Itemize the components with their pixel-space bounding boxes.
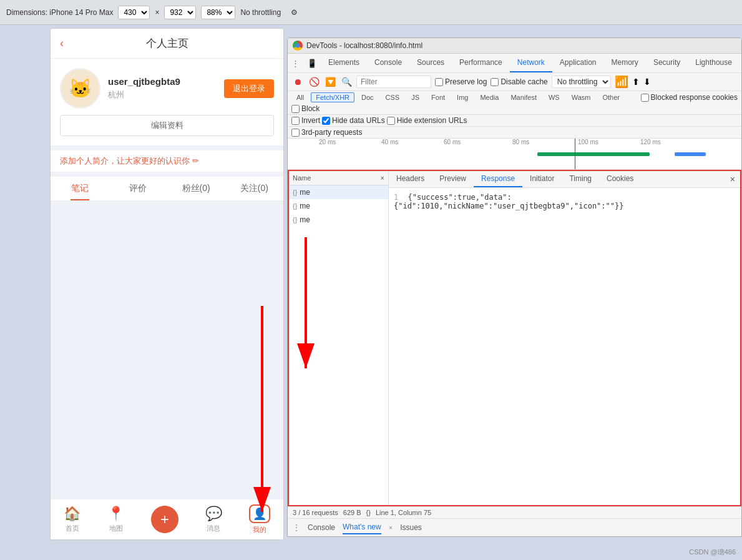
tab-elements[interactable]: Elements xyxy=(321,54,367,72)
request-item-me-2[interactable]: {} me xyxy=(289,199,388,213)
app-header: ‹ 个人主页 xyxy=(51,29,283,59)
download-icon[interactable]: ⬇ xyxy=(643,77,651,87)
filter-js[interactable]: JS xyxy=(406,92,424,102)
search-button[interactable]: 🔍 xyxy=(340,76,353,88)
filter-all[interactable]: All xyxy=(291,92,309,102)
filter-input[interactable] xyxy=(356,76,431,88)
tab-sources[interactable]: Sources xyxy=(409,54,452,72)
preserve-log-label[interactable]: Preserve log xyxy=(435,77,487,86)
filter-ws[interactable]: WS xyxy=(544,92,565,102)
tab-network[interactable]: Network xyxy=(510,54,552,72)
message-icon: 💬 xyxy=(205,506,222,522)
timeline-marker-40ms: 40 ms xyxy=(381,139,398,145)
tab-followers[interactable]: 粉丝(0) xyxy=(167,177,225,200)
nav-add-button[interactable]: + xyxy=(151,506,178,533)
request-item-me-1[interactable]: {} me xyxy=(289,185,388,199)
format-icon[interactable]: {} xyxy=(366,509,371,516)
filter-fetch-xhr[interactable]: Fetch/XHR xyxy=(311,92,354,102)
block-checkbox[interactable] xyxy=(291,105,300,113)
avatar: 🐱 xyxy=(60,68,100,109)
tab-performance[interactable]: Performance xyxy=(452,54,510,72)
filter-other[interactable]: Other xyxy=(597,92,625,102)
blocked-response-checkbox[interactable] xyxy=(641,94,649,102)
filter-manifest[interactable]: Manifest xyxy=(505,92,542,102)
upload-icon[interactable]: ⬆ xyxy=(632,77,640,87)
devtools-statusbar: 3 / 16 requests 629 B {} Line 1, Column … xyxy=(288,506,741,518)
devtools-main-tabs: ⋮ 📱 Elements Console Sources Performance… xyxy=(288,54,741,73)
filter-button[interactable]: 🔽 xyxy=(324,76,336,88)
filter-css[interactable]: CSS xyxy=(381,92,405,102)
devtools-menu-icon[interactable]: ⋮ xyxy=(288,56,303,71)
preserve-log-checkbox[interactable] xyxy=(435,78,443,86)
bottom-tab-issues[interactable]: Issues xyxy=(400,521,422,534)
back-button[interactable]: ‹ xyxy=(60,37,64,50)
nav-map[interactable]: 📍 地图 xyxy=(107,506,124,533)
response-panel: Headers Preview Response Initiator Timin… xyxy=(389,171,740,505)
invert-checkbox[interactable] xyxy=(291,117,300,125)
nav-profile[interactable]: 👤 我的 xyxy=(249,504,270,534)
height-select[interactable]: 932 xyxy=(164,6,196,19)
hide-extension-checkbox[interactable] xyxy=(387,117,395,125)
request-list: Name × {} me {} me {} me xyxy=(289,171,389,505)
close-response-button[interactable]: × xyxy=(725,171,740,187)
hide-extension-label[interactable]: Hide extension URLs xyxy=(387,116,467,125)
third-party-checkbox[interactable] xyxy=(291,129,300,137)
tab-application[interactable]: Application xyxy=(552,54,604,72)
tab-timing[interactable]: Timing xyxy=(562,171,599,187)
network-toolbar-3: Invert Hide data URLs Hide extension URL… xyxy=(288,115,741,127)
hide-data-urls-checkbox[interactable] xyxy=(322,117,330,125)
block-label[interactable]: Block xyxy=(291,104,320,113)
bottom-tab-whatsnew[interactable]: What's new xyxy=(343,521,381,534)
bottom-tab-close[interactable]: × xyxy=(389,524,393,531)
bottom-tab-console[interactable]: Console xyxy=(308,521,335,534)
tab-memory[interactable]: Memory xyxy=(604,54,646,72)
devtools-mobile-icon[interactable]: 📱 xyxy=(303,56,321,71)
filter-img[interactable]: Img xyxy=(452,92,473,102)
timeline-bar-blue xyxy=(675,152,706,156)
nav-map-label: 地图 xyxy=(109,524,123,533)
nav-home-label: 首页 xyxy=(66,524,79,533)
wifi-icon[interactable]: 📶 xyxy=(615,75,628,89)
tab-headers[interactable]: Headers xyxy=(389,171,432,187)
tab-console[interactable]: Console xyxy=(367,54,409,72)
profile-tabs: 笔记 评价 粉丝(0) 关注(0) xyxy=(51,177,283,201)
tab-initiator[interactable]: Initiator xyxy=(522,171,562,187)
network-toolbar-2: All Fetch/XHR Doc CSS JS Font Img Media … xyxy=(288,91,741,115)
filter-doc[interactable]: Doc xyxy=(356,92,379,102)
request-item-me-3[interactable]: {} me xyxy=(289,213,388,227)
close-request-panel[interactable]: × xyxy=(381,174,384,182)
tab-following[interactable]: 关注(0) xyxy=(225,177,283,200)
tab-notes[interactable]: 笔记 xyxy=(51,177,109,200)
settings-icon[interactable]: ⚙ xyxy=(291,8,298,17)
record-button[interactable]: ⏺ xyxy=(291,76,304,88)
filter-font[interactable]: Font xyxy=(426,92,450,102)
throttle-select[interactable]: No throttling xyxy=(552,76,611,88)
zoom-select[interactable]: 88% xyxy=(201,6,235,19)
bottom-menu-icon[interactable]: ⋮ xyxy=(293,523,300,532)
edit-profile-button[interactable]: 编辑资料 xyxy=(60,115,274,136)
hide-data-urls-label[interactable]: Hide data URLs xyxy=(322,116,385,125)
request-name-3: me xyxy=(300,215,310,224)
browser-top-bar: Dimensions: iPhone 14 Pro Max 430 × 932 … xyxy=(0,0,742,25)
disable-cache-label[interactable]: Disable cache xyxy=(491,77,547,86)
nav-home[interactable]: 🏠 首页 xyxy=(64,506,81,533)
tab-security[interactable]: Security xyxy=(646,54,688,72)
tab-lighthouse[interactable]: Lighthouse xyxy=(688,54,740,72)
blocked-response-label[interactable]: Blocked response cookies xyxy=(641,93,738,102)
clear-button[interactable]: 🚫 xyxy=(308,76,320,88)
filter-wasm[interactable]: Wasm xyxy=(567,92,596,102)
nav-messages[interactable]: 💬 消息 xyxy=(205,506,222,533)
tab-cookies[interactable]: Cookies xyxy=(599,171,641,187)
width-select[interactable]: 430 xyxy=(118,6,150,19)
disable-cache-checkbox[interactable] xyxy=(491,78,499,86)
logout-button[interactable]: 退出登录 xyxy=(224,79,274,98)
tab-preview[interactable]: Preview xyxy=(432,171,474,187)
bio-link[interactable]: 添加个人简介，让大家更好的认识你 ✏ xyxy=(60,156,199,165)
tab-response[interactable]: Response xyxy=(474,171,522,187)
third-party-label[interactable]: 3rd-party requests xyxy=(291,128,738,137)
line-number: 1 xyxy=(394,193,398,202)
tab-reviews[interactable]: 评价 xyxy=(109,177,167,200)
invert-label[interactable]: Invert xyxy=(291,116,320,125)
watermark: CSDN @瑭486 xyxy=(689,548,736,557)
filter-media[interactable]: Media xyxy=(475,92,504,102)
